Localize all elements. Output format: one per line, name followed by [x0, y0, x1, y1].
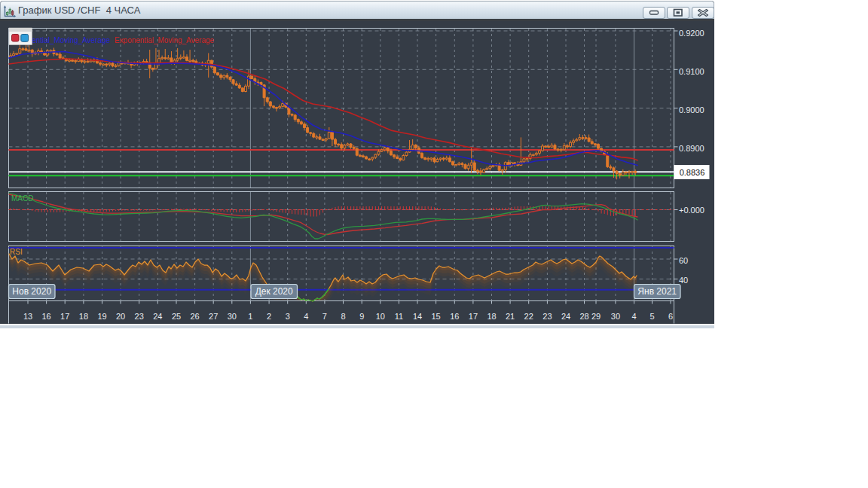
svg-text:4: 4 — [632, 312, 637, 321]
svg-text:16: 16 — [41, 312, 50, 321]
svg-text:40: 40 — [679, 276, 688, 285]
svg-text:23: 23 — [542, 312, 552, 321]
svg-text:Янв 2021: Янв 2021 — [637, 286, 677, 297]
svg-text:23: 23 — [135, 312, 144, 321]
svg-text:RSI: RSI — [10, 248, 23, 256]
svg-text:10: 10 — [376, 312, 385, 321]
svg-text:17: 17 — [60, 312, 69, 321]
svg-text:60: 60 — [679, 256, 688, 265]
svg-text:0.9100: 0.9100 — [679, 67, 704, 76]
svg-text:15: 15 — [431, 312, 440, 321]
svg-text:26: 26 — [190, 312, 199, 321]
svg-text:13: 13 — [23, 312, 32, 321]
svg-text:30: 30 — [228, 312, 237, 321]
svg-text:18: 18 — [79, 312, 88, 321]
svg-text:Нов 2020: Нов 2020 — [12, 286, 51, 297]
svg-text:19: 19 — [97, 312, 106, 321]
svg-text:1: 1 — [248, 312, 252, 321]
svg-text:5: 5 — [649, 312, 654, 321]
svg-text:0.8836: 0.8836 — [680, 168, 705, 177]
svg-text:Exponential_Moving_Average: Exponential_Moving_Average — [115, 35, 214, 44]
svg-text:6: 6 — [668, 312, 673, 321]
svg-text:27: 27 — [209, 312, 218, 321]
svg-text:4: 4 — [304, 312, 308, 321]
svg-text:9: 9 — [359, 312, 364, 321]
svg-text:0.9000: 0.9000 — [679, 105, 704, 114]
svg-text:17: 17 — [469, 312, 478, 321]
svg-text:29: 29 — [591, 312, 601, 321]
svg-text:18: 18 — [487, 312, 496, 321]
svg-text:7: 7 — [322, 312, 327, 321]
svg-text:Дек 2020: Дек 2020 — [255, 286, 293, 297]
svg-text:30: 30 — [611, 312, 620, 321]
svg-text:22: 22 — [524, 312, 533, 321]
svg-text:24: 24 — [153, 312, 162, 321]
svg-text:20: 20 — [116, 312, 125, 321]
svg-text:MACD: MACD — [11, 194, 33, 203]
svg-text:+0.000: +0.000 — [679, 206, 704, 215]
svg-text:21: 21 — [506, 312, 515, 321]
svg-text:14: 14 — [413, 312, 422, 321]
svg-text:0.8900: 0.8900 — [679, 144, 704, 153]
svg-text:28: 28 — [579, 312, 588, 321]
svg-text:16: 16 — [450, 312, 459, 321]
svg-text:25: 25 — [172, 312, 181, 321]
svg-text:24: 24 — [561, 312, 570, 321]
svg-text:8: 8 — [341, 312, 345, 321]
svg-text:0.9200: 0.9200 — [679, 29, 704, 38]
svg-text:2: 2 — [267, 312, 271, 321]
svg-text:3: 3 — [286, 312, 290, 321]
svg-text:11: 11 — [395, 312, 403, 321]
